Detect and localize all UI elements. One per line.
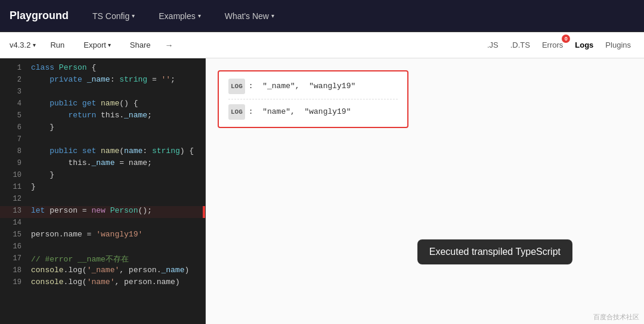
- log-tag-1: LOG: [228, 79, 245, 94]
- editor-pane[interactable]: 1 class Person { 2 private _name: string…: [0, 58, 206, 324]
- log-entry-2: LOG : "name", "wangly19": [228, 104, 398, 120]
- code-line-15: 15 person.name = 'wangly19': [0, 230, 205, 242]
- export-button[interactable]: Export ▾: [79, 38, 116, 52]
- code-line-19: 19 console.log('name', person.name): [0, 278, 205, 289]
- navbar: Playground TS Config ▾ Examples ▾ What's…: [0, 0, 644, 32]
- watermark: 百度合技术社区: [593, 313, 639, 322]
- code-line-12: 12: [0, 194, 205, 206]
- output-tabs: .JS .D.TS Errors 0 Logs Plugins: [484, 38, 634, 52]
- code-line-9: 9 this._name = name;: [0, 158, 205, 170]
- code-line-17: 17 // #error __name不存在: [0, 254, 205, 266]
- examples-chevron-icon: ▾: [198, 13, 201, 19]
- code-line-8: 8 public set name(name: string) {: [0, 147, 205, 158]
- log-container: LOG : "_name", "wangly19" LOG : "name", …: [206, 58, 644, 140]
- log-divider: [228, 99, 398, 99]
- log-entry-1-text: : "_name", "wangly19": [249, 79, 355, 94]
- navbar-brand: Playground: [10, 10, 69, 22]
- log-entry-1: LOG : "_name", "wangly19": [228, 79, 398, 94]
- whats-new-chevron-icon: ▾: [271, 13, 274, 19]
- code-line-1: 1 class Person {: [0, 63, 205, 75]
- version-selector[interactable]: v4.3.2 ▾: [10, 40, 36, 49]
- code-line-16: 16: [0, 242, 205, 254]
- code-line-7: 7: [0, 135, 205, 147]
- nav-examples[interactable]: Examples ▾: [154, 9, 205, 23]
- code-line-2: 2 private _name: string = '';: [0, 75, 205, 87]
- code-line-11: 11 }: [0, 182, 205, 194]
- code-line-18: 18 console.log('_name', person._name): [0, 266, 205, 278]
- tab-dts[interactable]: .D.TS: [507, 38, 534, 52]
- export-chevron-icon: ▾: [108, 42, 111, 48]
- ts-config-chevron-icon: ▾: [132, 13, 135, 19]
- run-button[interactable]: Run: [45, 38, 69, 52]
- tab-js[interactable]: .JS: [484, 38, 502, 52]
- main-content: 1 class Person { 2 private _name: string…: [0, 58, 644, 324]
- tab-logs[interactable]: Logs: [571, 38, 597, 52]
- log-tag-2: LOG: [228, 104, 245, 120]
- code-line-3: 3: [0, 87, 205, 99]
- tab-errors[interactable]: Errors 0: [538, 38, 566, 52]
- nav-whats-new[interactable]: What's New ▾: [220, 9, 279, 23]
- share-button[interactable]: Share: [125, 38, 156, 52]
- code-line-5: 5 return this._name;: [0, 111, 205, 123]
- toolbar: v4.3.2 ▾ Run Export ▾ Share → .JS .D.TS …: [0, 32, 644, 58]
- version-chevron-icon: ▾: [33, 42, 36, 48]
- code-line-14: 14: [0, 218, 205, 230]
- output-pane: LOG : "_name", "wangly19" LOG : "name", …: [206, 58, 644, 324]
- arrow-icon: →: [165, 40, 174, 50]
- log-box: LOG : "_name", "wangly19" LOG : "name", …: [218, 70, 408, 128]
- code-line-10: 10 }: [0, 170, 205, 182]
- code-line-4: 4 public get name() {: [0, 99, 205, 111]
- code-line-6: 6 }: [0, 123, 205, 135]
- log-entry-2-text: : "name", "wangly19": [249, 105, 351, 119]
- tooltip-bubble: Executed transpiled TypeScript: [417, 239, 572, 264]
- errors-badge-count: 0: [562, 35, 570, 43]
- tab-plugins[interactable]: Plugins: [602, 38, 634, 52]
- code-line-13: 13 let person = new Person();: [0, 206, 205, 218]
- nav-ts-config[interactable]: TS Config ▾: [88, 9, 140, 23]
